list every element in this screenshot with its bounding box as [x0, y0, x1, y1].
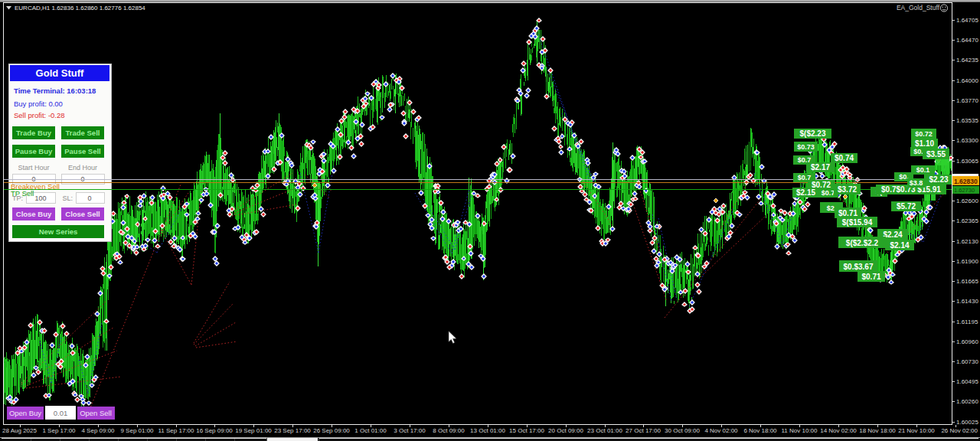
svg-text:$0.$3.67: $0.$3.67: [844, 263, 874, 271]
svg-text:1.60960: 1.60960: [956, 338, 978, 345]
svg-text:26 Sep 09:00: 26 Sep 09:00: [313, 427, 350, 434]
svg-text:1 Sep 17:00: 1 Sep 17:00: [42, 427, 76, 434]
svg-text:0.01: 0.01: [54, 409, 68, 417]
svg-text:1.64000: 1.64000: [956, 77, 978, 84]
svg-text:1.61195: 1.61195: [956, 318, 978, 325]
svg-text:EA_Gold_Stuff: EA_Gold_Stuff: [897, 4, 940, 11]
svg-text:Close Buy: Close Buy: [16, 210, 52, 218]
svg-text:$0.: $0.: [913, 148, 923, 155]
svg-text:Gold Stuff: Gold Stuff: [36, 67, 84, 79]
svg-text:$0.71: $0.71: [861, 273, 880, 281]
svg-text:Open Buy: Open Buy: [9, 409, 41, 417]
svg-text:Pause Buy: Pause Buy: [15, 147, 53, 155]
svg-text:1.63300: 1.63300: [956, 137, 978, 144]
svg-text:1.60495: 1.60495: [956, 378, 978, 385]
svg-text:$3.8: $3.8: [910, 179, 923, 187]
svg-text:1.61430: 1.61430: [956, 298, 978, 305]
svg-text:1.61665: 1.61665: [956, 278, 978, 285]
svg-text:21 Nov 10:00: 21 Nov 10:00: [898, 427, 935, 434]
svg-text:1.64235: 1.64235: [956, 57, 978, 64]
svg-text:28 Aug 2025: 28 Aug 2025: [2, 427, 37, 434]
svg-text:$0.72: $0.72: [915, 130, 933, 138]
svg-text:16 Sep 09:00: 16 Sep 09:00: [196, 427, 233, 434]
svg-text:$5.72: $5.72: [897, 202, 916, 211]
svg-text:30 Oct 09:00: 30 Oct 09:00: [665, 427, 700, 434]
svg-text:SL:: SL:: [62, 194, 73, 202]
svg-text:27 Oct 17:00: 27 Oct 17:00: [626, 427, 661, 434]
svg-text:1.64470: 1.64470: [956, 37, 978, 44]
svg-text:15 Oct 17:00: 15 Oct 17:00: [509, 427, 544, 434]
svg-text:$3.72: $3.72: [838, 185, 857, 194]
svg-text:1.62830: 1.62830: [954, 178, 978, 185]
svg-text:Trade Buy: Trade Buy: [16, 129, 52, 137]
svg-text:3 Oct 17:00: 3 Oct 17:00: [394, 427, 426, 434]
svg-text:$2.14: $2.14: [890, 241, 909, 250]
svg-text:Start Hour: Start Hour: [18, 164, 49, 172]
svg-text:100: 100: [34, 194, 46, 202]
svg-text:1.62365: 1.62365: [956, 217, 978, 224]
svg-text:23 Sep 17:00: 23 Sep 17:00: [274, 427, 311, 434]
svg-text:$2.23: $2.23: [929, 175, 948, 184]
svg-text:End Hour: End Hour: [68, 164, 97, 172]
svg-text:1.60260: 1.60260: [956, 398, 978, 405]
svg-text:4 Nov 02:00: 4 Nov 02:00: [704, 427, 738, 434]
svg-text:$($2.$2.2: $($2.$2.2: [846, 239, 879, 247]
svg-text:Sell profit: -0.28: Sell profit: -0.28: [14, 111, 65, 119]
svg-text:1.61900: 1.61900: [956, 258, 978, 265]
svg-text:1.62730: 1.62730: [954, 187, 975, 194]
svg-text:4 Sep 09:00: 4 Sep 09:00: [81, 427, 115, 434]
svg-text:11 Sep 17:00: 11 Sep 17:00: [158, 427, 194, 434]
svg-text:$0.: $0.: [899, 173, 909, 181]
svg-text:9 Sep 01:00: 9 Sep 01:00: [120, 427, 154, 434]
svg-text:$($2.23: $($2.23: [800, 129, 826, 138]
svg-text:1.63770: 1.63770: [956, 97, 978, 104]
svg-text:1.62600: 1.62600: [956, 198, 978, 204]
svg-text:1.60730: 1.60730: [956, 358, 978, 365]
svg-text:11 Nov 10:00: 11 Nov 10:00: [782, 427, 818, 434]
svg-text:6 Nov 18:00: 6 Nov 18:00: [743, 427, 777, 434]
svg-text:19 Sep 01:00: 19 Sep 01:00: [235, 427, 272, 434]
svg-text:1.64705: 1.64705: [956, 17, 978, 24]
svg-text:14 Nov 02:00: 14 Nov 02:00: [820, 427, 857, 434]
svg-text:TP Sell: TP Sell: [11, 189, 34, 198]
svg-text:18 Nov 18:00: 18 Nov 18:00: [859, 427, 896, 434]
svg-text:Open Sell: Open Sell: [80, 409, 112, 417]
svg-text:Time Terminal: 16:03:18: Time Terminal: 16:03:18: [14, 87, 96, 95]
svg-text:23 Oct 01:00: 23 Oct 01:00: [587, 427, 622, 434]
svg-text:$0.71: $0.71: [838, 209, 858, 217]
svg-text:1.63065: 1.63065: [956, 158, 978, 165]
svg-text:1.63535: 1.63535: [956, 117, 978, 124]
svg-text:Buy profit: 0.00: Buy profit: 0.00: [14, 100, 63, 108]
svg-text:20 Oct 09:00: 20 Oct 09:00: [548, 427, 583, 434]
svg-text:0: 0: [87, 194, 91, 202]
svg-text:26 Nov 02:00: 26 Nov 02:00: [941, 427, 978, 434]
svg-text:Pause Sell: Pause Sell: [64, 147, 101, 155]
svg-text:$0.1: $0.1: [916, 166, 930, 174]
svg-text:1.62130: 1.62130: [956, 238, 978, 245]
svg-text:Close Sell: Close Sell: [65, 210, 100, 218]
svg-text:$0.7: $0.7: [822, 189, 835, 197]
svg-text:$2.15: $2.15: [796, 188, 815, 197]
svg-text:13 Oct 01:00: 13 Oct 01:00: [470, 427, 505, 434]
svg-text:1.60025: 1.60025: [956, 419, 978, 426]
svg-text:$0.73: $0.73: [797, 143, 815, 151]
svg-text:$0.74: $0.74: [835, 154, 854, 162]
svg-text:EURCAD,H1 1.62836 1.62860 1.6: EURCAD,H1 1.62836 1.62860 1.62776 1.6285…: [15, 5, 145, 11]
svg-text:$2.17: $2.17: [811, 163, 830, 172]
svg-text:1 Oct 01:00: 1 Oct 01:00: [354, 427, 387, 434]
svg-text:Trade Sell: Trade Sell: [66, 129, 100, 137]
svg-text:$3.55: $3.55: [926, 150, 946, 158]
svg-text:$($15.94: $($15.94: [842, 218, 873, 227]
svg-text:$1.10: $1.10: [915, 139, 934, 148]
svg-text:$2.24: $2.24: [883, 230, 902, 239]
svg-text:New Series: New Series: [39, 227, 78, 236]
svg-text:8 Oct 09:00: 8 Oct 09:00: [433, 427, 465, 434]
